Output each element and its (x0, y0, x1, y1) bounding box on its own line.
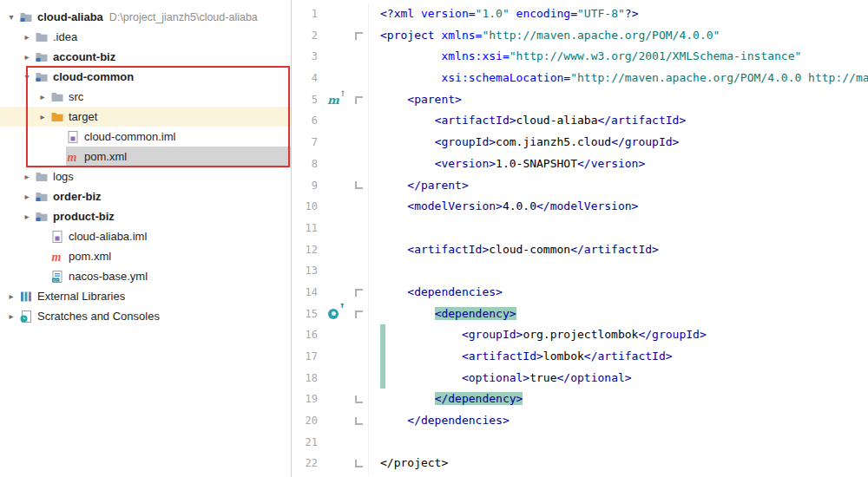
tree-item-body[interactable]: account-biz (35, 47, 291, 67)
tree-item-body[interactable]: Scratches and Consoles (19, 306, 291, 326)
maven-change-icon[interactable]: m↑ (327, 95, 339, 106)
fold-close-icon[interactable] (355, 181, 363, 189)
fold-gutter (349, 25, 368, 47)
ide-window: ▾cloud-aliabaD:\project_jianzh5\cloud-al… (0, 0, 868, 477)
chevron-right-icon[interactable]: ▸ (35, 107, 50, 127)
code-text[interactable]: <dependency> (368, 304, 868, 325)
token: "1.0" (476, 7, 510, 20)
code-text[interactable]: <artifactId>cloud-common</artifactId> (368, 239, 868, 261)
token (380, 49, 441, 62)
tree-item-src[interactable]: ▸src (0, 87, 291, 107)
tree-item-cloud-common[interactable]: ▾cloud-common (0, 67, 291, 87)
tree-item-pom-xml[interactable]: mpom.xml (0, 246, 291, 266)
code-text[interactable]: xmlns:xsi="http://www.w3.org/2001/XMLSch… (368, 46, 868, 68)
code-text[interactable]: <parent> (368, 89, 868, 111)
tree-item-order-biz[interactable]: ▸order-biz (0, 186, 291, 206)
gutter-marker-slot (318, 3, 349, 25)
gutter-marker-slot (318, 132, 349, 154)
chevron-right-icon[interactable]: ▸ (19, 27, 35, 47)
code-text[interactable]: </dependency> (368, 389, 868, 410)
code-text[interactable]: <version>1.0-SNAPSHOT</version> (368, 154, 868, 175)
tree-item-body[interactable]: logs (35, 167, 291, 186)
code-text[interactable]: </dependencies> (368, 410, 868, 432)
code-text[interactable]: <groupId>org.projectlombok</groupId> (368, 324, 868, 346)
tree-item-body[interactable]: src (50, 87, 291, 107)
tree-item-logs[interactable]: ▸logs (0, 167, 291, 186)
code-text[interactable]: <project xmlns="http://maven.apache.org/… (368, 25, 868, 47)
code-text[interactable]: </parent> (368, 175, 868, 197)
code-text[interactable] (368, 260, 868, 282)
tree-item-body[interactable]: External Libraries (19, 286, 291, 306)
tree-item-body[interactable]: mpom.xml (50, 246, 291, 266)
fold-open-icon[interactable] (355, 310, 363, 318)
tree-item-body[interactable]: product-biz (35, 206, 291, 226)
chevron-right-icon[interactable]: ▸ (35, 87, 50, 107)
tree-item-target[interactable]: ▸target (0, 107, 291, 127)
tree-item-scratches-and-consoles[interactable]: ▸Scratches and Consoles (0, 306, 291, 326)
tree-item-body[interactable]: order-biz (35, 186, 291, 206)
code-text[interactable]: <artifactId>lombok</artifactId> (368, 346, 868, 368)
code-text[interactable]: <dependencies> (368, 282, 868, 304)
tree-item-nacos-base-yml[interactable]: DCnacos-base.yml (0, 266, 291, 286)
token: <dependency> (435, 307, 516, 320)
code-text[interactable] (368, 432, 868, 454)
chevron-right-icon[interactable]: ▸ (19, 47, 35, 67)
svg-text:m: m (52, 250, 62, 263)
fold-open-icon[interactable] (355, 289, 363, 297)
dependency-circle-icon[interactable]: ↑ (328, 309, 339, 319)
code-editor[interactable]: 1<?xml version="1.0" encoding="UTF-8"?>2… (292, 3, 868, 474)
token: </dependencies> (407, 414, 509, 427)
fold-gutter (349, 324, 368, 346)
tree-item-body[interactable]: cloud-aliabaD:\project_jianzh5\cloud-ali… (19, 7, 291, 27)
token: <optional> (462, 371, 529, 384)
tree-item-body[interactable]: mpom.xml (66, 147, 291, 167)
tree-item-body[interactable]: target (50, 107, 291, 127)
code-text[interactable]: <artifactId>cloud-aliaba</artifactId> (368, 110, 868, 132)
tree-item-label: External Libraries (37, 290, 125, 303)
chevron-right-icon[interactable]: ▸ (19, 206, 35, 226)
fold-gutter (349, 432, 368, 454)
line-number: 7 (292, 132, 318, 154)
token: "http://www.w3.org/2001/XMLSchema-instan… (510, 49, 802, 62)
tree-item-cloud-aliaba-iml[interactable]: cloud-aliaba.iml (0, 226, 291, 246)
code-line-13: 13 (292, 260, 868, 282)
code-text[interactable]: <?xml version="1.0" encoding="UTF-8"?> (368, 3, 868, 25)
code-text[interactable]: <groupId>com.jianzh5.cloud</groupId> (368, 132, 868, 154)
fold-open-icon[interactable] (355, 32, 363, 40)
chevron-right-icon[interactable]: ▸ (3, 286, 19, 306)
tree-item-external-libraries[interactable]: ▸External Libraries (0, 286, 291, 306)
chevron-down-icon[interactable]: ▾ (19, 67, 35, 87)
fold-gutter (349, 282, 368, 304)
fold-open-icon[interactable] (355, 96, 363, 104)
gutter-marker-slot: m↑ (318, 89, 349, 111)
chevron-right-icon[interactable]: ▸ (19, 186, 35, 206)
tree-item-body[interactable]: cloud-common (35, 67, 291, 87)
tree-item-idea[interactable]: ▸.idea (0, 27, 291, 47)
tree-item-body[interactable]: DCnacos-base.yml (50, 266, 291, 286)
tree-item-cloud-aliaba[interactable]: ▾cloud-aliabaD:\project_jianzh5\cloud-al… (0, 7, 291, 27)
code-text[interactable] (368, 218, 868, 239)
tree-item-cloud-common-iml[interactable]: cloud-common.iml (0, 127, 291, 147)
token: <dependencies> (407, 285, 503, 298)
chevron-right-icon[interactable]: ▸ (3, 306, 19, 326)
code-text[interactable]: xsi:schemaLocation="http://maven.apache.… (368, 68, 868, 89)
fold-close-icon[interactable] (355, 460, 363, 467)
code-text[interactable]: <optional>true</optional> (368, 368, 868, 389)
chevron-down-icon[interactable]: ▾ (3, 7, 19, 27)
svg-text:DC: DC (53, 278, 58, 282)
token: </artifactId> (597, 114, 686, 127)
fold-close-icon[interactable] (355, 395, 363, 403)
tree-item-pom-xml[interactable]: mpom.xml (0, 147, 291, 167)
chevron-right-icon[interactable]: ▸ (19, 167, 35, 186)
token (380, 199, 407, 212)
fold-close-icon[interactable] (355, 417, 363, 425)
token (380, 114, 435, 127)
tree-item-label: cloud-common (53, 70, 134, 83)
tree-item-body[interactable]: cloud-common.iml (66, 127, 291, 147)
tree-item-body[interactable]: .idea (35, 27, 291, 47)
code-text[interactable]: <modelVersion>4.0.0</modelVersion> (368, 196, 868, 218)
tree-item-body[interactable]: cloud-aliaba.iml (50, 226, 291, 246)
tree-item-account-biz[interactable]: ▸account-biz (0, 47, 291, 67)
code-text[interactable]: </project> (368, 453, 868, 474)
tree-item-product-biz[interactable]: ▸product-biz (0, 206, 291, 226)
